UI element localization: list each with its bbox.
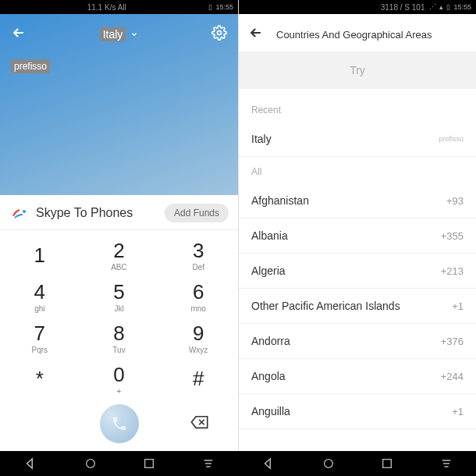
- key-5[interactable]: 5Jkl: [80, 276, 159, 318]
- all-section-label: All: [239, 157, 476, 183]
- country-name: Andorra: [251, 335, 290, 347]
- nav-home-icon[interactable]: [322, 457, 335, 470]
- country-name: Anguilla: [251, 405, 290, 417]
- country-code: +1: [452, 300, 464, 312]
- dialpad: 1 2ABC 3Def 4ghi 5Jkl 6mno 7Pqrs 8Tuv 9W…: [0, 230, 238, 400]
- country-selector[interactable]: Italy: [100, 27, 139, 41]
- country-code: +93: [446, 195, 464, 207]
- nav-menu-icon[interactable]: [202, 457, 215, 470]
- countries-header: Countries And Geographical Areas: [239, 14, 476, 52]
- skype-label: Skype To Phones: [36, 206, 165, 220]
- country-code: +376: [441, 336, 464, 347]
- nav-bar-right: [238, 451, 476, 476]
- prefix-label: prefisso: [11, 59, 50, 73]
- key-9[interactable]: 9Wxyz: [158, 318, 238, 359]
- country-name: Italy: [251, 133, 272, 145]
- status-time: 15:55: [215, 3, 233, 11]
- phone-icon: [111, 415, 128, 432]
- country-code: +213: [441, 265, 464, 277]
- list-item[interactable]: Italy prefisso: [239, 122, 476, 157]
- add-funds-button[interactable]: Add Funds: [165, 204, 229, 222]
- skype-to-phones-row: Skype To Phones Add Funds: [0, 195, 238, 230]
- country-name: Afghanistan: [251, 194, 309, 207]
- key-7[interactable]: 7Pqrs: [0, 318, 80, 359]
- chevron-down-icon: [130, 30, 138, 38]
- status-bar-right: 3118 / S 101 ⋰ ▴ ▯ 15:55: [239, 0, 476, 14]
- country-name: Angola: [251, 370, 286, 382]
- search-input[interactable]: Try: [239, 52, 476, 89]
- key-4[interactable]: 4ghi: [0, 276, 80, 318]
- backspace-button[interactable]: [190, 414, 210, 433]
- battery-icon: ▯: [446, 3, 450, 11]
- country-code: +244: [441, 371, 464, 382]
- svg-point-0: [218, 31, 222, 35]
- svg-point-2: [86, 460, 94, 468]
- key-0[interactable]: 0+: [80, 358, 159, 400]
- list-item[interactable]: Afghanistan+93: [239, 183, 476, 218]
- nav-menu-icon[interactable]: [440, 457, 453, 470]
- nav-home-icon[interactable]: [84, 457, 97, 470]
- country-name: Other Pacific American Islands: [251, 300, 400, 312]
- key-2[interactable]: 2ABC: [80, 235, 159, 276]
- key-hash[interactable]: #: [158, 358, 238, 400]
- country-name: Algeria: [251, 265, 286, 277]
- key-star[interactable]: *: [0, 358, 80, 400]
- backspace-icon: [190, 414, 210, 430]
- settings-icon[interactable]: [211, 25, 227, 44]
- nav-back-icon[interactable]: [261, 456, 275, 471]
- back-icon[interactable]: [11, 25, 27, 44]
- signal-icon: ▴: [439, 3, 443, 11]
- search-placeholder: Try: [350, 64, 365, 76]
- status-speed: 11.1 K/s All: [5, 3, 208, 12]
- country-code: +1: [452, 406, 464, 417]
- page-title: Countries And Geographical Areas: [276, 29, 432, 41]
- country-code: prefisso: [439, 135, 464, 143]
- key-3[interactable]: 3Def: [158, 235, 238, 276]
- status-time: 15:55: [453, 3, 471, 11]
- call-button[interactable]: [100, 404, 139, 443]
- status-net: 3118 / S 101: [243, 3, 429, 12]
- list-item[interactable]: Other Pacific American Islands+1: [239, 289, 476, 324]
- nav-recent-icon[interactable]: [143, 457, 155, 470]
- country-code: +355: [441, 230, 464, 242]
- wifi-icon: ⋰: [429, 3, 436, 11]
- nav-bar-left: [0, 451, 238, 476]
- key-1[interactable]: 1: [0, 235, 80, 276]
- list-item[interactable]: Albania+355: [239, 218, 476, 254]
- svg-rect-5: [383, 460, 392, 468]
- svg-point-1: [23, 210, 26, 213]
- list-item[interactable]: Angola+244: [239, 359, 476, 394]
- country-name: Albania: [251, 229, 288, 242]
- back-icon[interactable]: [248, 25, 264, 44]
- key-8[interactable]: 8Tuv: [80, 318, 159, 359]
- nav-back-icon[interactable]: [23, 456, 37, 471]
- dialer-header: Italy prefisso: [0, 14, 238, 195]
- recent-section-label: Recent: [239, 95, 476, 122]
- list-item[interactable]: Andorra+376: [239, 324, 476, 359]
- nav-recent-icon[interactable]: [381, 457, 393, 470]
- list-item[interactable]: Anguilla+1: [239, 394, 476, 429]
- skype-icon: [9, 203, 30, 223]
- country-name: Italy: [100, 27, 126, 41]
- key-6[interactable]: 6mno: [158, 276, 238, 318]
- svg-rect-3: [145, 460, 154, 468]
- status-bar-left: 11.1 K/s All ▯ 15:55: [0, 0, 238, 14]
- country-list[interactable]: Recent Italy prefisso All Afghanistan+93…: [239, 95, 476, 451]
- list-item[interactable]: Algeria+213: [239, 254, 476, 289]
- svg-point-4: [324, 460, 332, 468]
- battery-icon: ▯: [208, 3, 212, 11]
